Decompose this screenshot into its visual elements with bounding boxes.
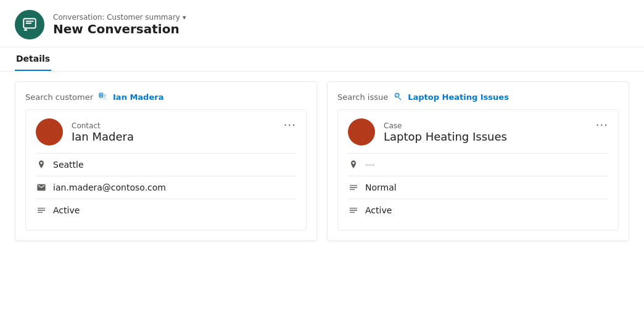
customer-status-row: Active <box>36 199 296 221</box>
priority-icon <box>348 182 359 193</box>
tabs-bar: Details <box>0 47 644 72</box>
issue-status-value: Active <box>365 205 392 215</box>
issue-card-type: Case <box>384 121 507 130</box>
issue-priority-row: Normal <box>348 176 608 199</box>
header-title: New Conversation <box>53 22 186 36</box>
customer-search-label: Search customer <box>25 92 93 102</box>
issue-id-icon <box>348 159 359 170</box>
customer-card-header-left: Contact Ian Madera <box>36 118 134 146</box>
customer-card-name: Ian Madera <box>72 130 134 143</box>
location-icon <box>36 159 47 170</box>
issue-priority-value: Normal <box>365 183 397 192</box>
issue-more-icon[interactable]: ··· <box>596 118 608 131</box>
issue-title-group: Case Laptop Heating Issues <box>384 121 507 143</box>
customer-search-bar: Search customer Ian Madera <box>25 92 307 102</box>
customer-search-value[interactable]: Ian Madera <box>113 92 163 102</box>
issue-panel: Search issue Laptop Heating Issues Case … <box>327 81 629 241</box>
customer-location-value: Seattle <box>53 160 84 170</box>
tab-details[interactable]: Details <box>15 47 51 71</box>
issue-status-icon <box>348 205 359 216</box>
issue-search-bar: Search issue Laptop Heating Issues <box>337 92 619 102</box>
customer-card-header: Contact Ian Madera ··· <box>36 118 296 146</box>
conversation-icon <box>22 17 38 33</box>
customer-card: Contact Ian Madera ··· Seattle <box>25 109 307 231</box>
issue-card: Case Laptop Heating Issues ··· --- <box>337 109 619 231</box>
issue-card-name: Laptop Heating Issues <box>384 130 507 143</box>
issue-id-value: --- <box>365 160 374 170</box>
issue-status-row: Active <box>348 199 608 221</box>
issue-search-icon <box>393 92 403 102</box>
issue-search-label: Search issue <box>337 92 388 102</box>
customer-location-row: Seattle <box>36 153 296 176</box>
issue-card-header-left: Case Laptop Heating Issues <box>348 118 507 146</box>
header-text-group: Conversation: Customer summary ▾ New Con… <box>53 13 186 36</box>
customer-card-type: Contact <box>72 121 134 130</box>
issue-search-value[interactable]: Laptop Heating Issues <box>408 92 509 102</box>
issue-card-header: Case Laptop Heating Issues ··· <box>348 118 608 146</box>
customer-card-fields: Seattle ian.madera@contoso.com <box>36 153 296 221</box>
subtitle-text: Conversation: Customer summary <box>53 13 180 22</box>
header: Conversation: Customer summary ▾ New Con… <box>0 0 644 47</box>
customer-panel: Search customer Ian Madera Contact Ian M… <box>15 81 317 241</box>
customer-email-value: ian.madera@contoso.com <box>53 183 166 192</box>
app-icon <box>15 10 44 39</box>
issue-avatar <box>348 118 375 146</box>
email-icon <box>36 182 47 193</box>
customer-more-icon[interactable]: ··· <box>284 118 296 131</box>
header-subtitle[interactable]: Conversation: Customer summary ▾ <box>53 13 186 22</box>
issue-id-row: --- <box>348 153 608 176</box>
main-content: Search customer Ian Madera Contact Ian M… <box>0 72 644 251</box>
status-icon <box>36 205 47 216</box>
issue-card-fields: --- Normal Activ <box>348 153 608 221</box>
customer-title-group: Contact Ian Madera <box>72 121 134 143</box>
customer-avatar <box>36 118 63 146</box>
chevron-down-icon[interactable]: ▾ <box>183 14 186 22</box>
customer-email-row: ian.madera@contoso.com <box>36 176 296 199</box>
customer-search-icon <box>98 92 108 102</box>
customer-status-value: Active <box>53 205 80 215</box>
